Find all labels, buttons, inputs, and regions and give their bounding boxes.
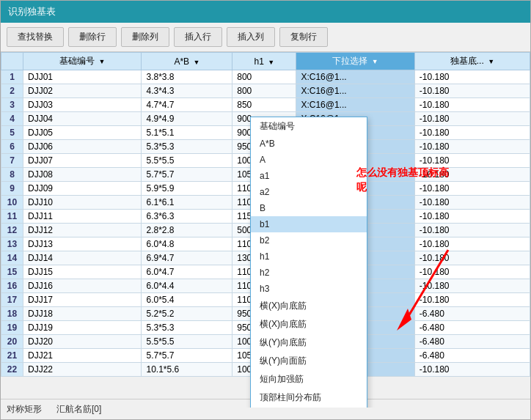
table-cell[interactable]: DJJ03	[23, 98, 142, 112]
table-cell[interactable]: -6.480	[414, 349, 530, 363]
dropdown-item-a1[interactable]: a1	[251, 168, 367, 184]
copy-row-button[interactable]: 复制行	[279, 27, 328, 47]
table-cell[interactable]: -10.180	[414, 293, 530, 307]
table-cell[interactable]: 2.8*2.8	[142, 224, 232, 237]
table-cell[interactable]: DJJ13	[23, 237, 142, 251]
table-cell[interactable]: -10.180	[414, 224, 530, 237]
table-cell[interactable]: 5.3*5.3	[142, 321, 232, 335]
table-cell[interactable]: 6.1*6.1	[142, 196, 232, 210]
table-cell[interactable]: DJJ01	[23, 70, 142, 84]
table-cell[interactable]: 6.0*5.4	[142, 293, 232, 307]
table-cell[interactable]: -10.180	[414, 210, 530, 224]
table-cell[interactable]: DJJ04	[23, 112, 142, 126]
dropdown-item-jichu-bianhao[interactable]: 基础编号	[251, 117, 367, 136]
dropdown-item-duanxiang[interactable]: 短向加强筋	[251, 370, 367, 388]
table-cell[interactable]: -10.180	[414, 237, 530, 251]
table-cell[interactable]: -10.180	[414, 196, 530, 210]
table-cell[interactable]: DJJ09	[23, 182, 142, 196]
table-cell[interactable]: DJJ14	[23, 251, 142, 265]
delete-col-button[interactable]: 删除列	[121, 27, 169, 47]
dropdown-item-h3[interactable]: h3	[251, 281, 367, 297]
table-cell[interactable]: 6.9*4.7	[142, 251, 232, 265]
table-cell[interactable]: -10.180	[414, 70, 530, 84]
dropdown-item-a[interactable]: A	[251, 152, 367, 168]
dropdown-item-dingbu-zong[interactable]: 顶部柱间纵筋	[251, 407, 367, 408]
table-cell[interactable]: 5.7*5.7	[142, 168, 232, 182]
table-cell[interactable]: -10.180	[414, 182, 530, 196]
col-header-h1[interactable]: h1 ▼	[232, 53, 296, 70]
col-header-ab[interactable]: A*B ▼	[142, 53, 232, 70]
table-cell[interactable]: DJJ05	[23, 126, 142, 140]
table-cell[interactable]: -10.180	[414, 98, 530, 112]
table-cell[interactable]: 5.9*5.9	[142, 182, 232, 196]
dropdown-item-b2[interactable]: b2	[251, 232, 367, 248]
table-cell[interactable]: DJJ07	[23, 154, 142, 168]
table-cell[interactable]: 6.0*4.4	[142, 279, 232, 293]
table-cell[interactable]: -10.180	[414, 154, 530, 168]
table-cell[interactable]: DJJ18	[23, 307, 142, 321]
table-cell[interactable]: DJJ21	[23, 349, 142, 363]
table-cell[interactable]: 4.3*4.3	[142, 84, 232, 98]
table-cell[interactable]: X:C16@1...	[296, 98, 414, 112]
dropdown-item-dingbu-fenpei[interactable]: 顶部柱间分布筋	[251, 388, 367, 407]
table-cell[interactable]: -10.180	[414, 140, 530, 154]
dropdown-item-heng-x-di[interactable]: 横(X)向底筋	[251, 297, 367, 315]
table-cell[interactable]: 6.0*4.7	[142, 265, 232, 279]
dropdown-item-zong-y-di[interactable]: 纵(Y)向底筋	[251, 334, 367, 352]
dropdown-item-b1[interactable]: b1	[251, 216, 367, 232]
table-row[interactable]: 1DJJ013.8*3.8800X:C16@1...-10.180	[1, 70, 530, 84]
insert-col-button[interactable]: 插入列	[227, 27, 275, 47]
table-cell[interactable]: 5.2*5.2	[142, 307, 232, 321]
table-cell[interactable]: 850	[232, 98, 296, 112]
delete-row-button[interactable]: 删除行	[68, 27, 117, 47]
dropdown-item-zong-y-mian[interactable]: 纵(Y)向面筋	[251, 352, 367, 370]
table-cell[interactable]: 3.8*3.8	[142, 70, 232, 84]
table-cell[interactable]: DJJ17	[23, 293, 142, 307]
table-cell[interactable]: -10.180	[414, 279, 530, 293]
table-cell[interactable]: DJJ19	[23, 321, 142, 335]
dropdown-item-a2[interactable]: a2	[251, 184, 367, 200]
table-cell[interactable]: -10.180	[414, 168, 530, 182]
table-cell[interactable]: 5.1*5.1	[142, 126, 232, 140]
table-cell[interactable]: DJJ12	[23, 224, 142, 237]
table-cell[interactable]: DJJ16	[23, 279, 142, 293]
table-cell[interactable]: -10.180	[414, 251, 530, 265]
table-cell[interactable]: DJJ06	[23, 140, 142, 154]
table-cell[interactable]: 5.5*5.5	[142, 335, 232, 349]
table-cell[interactable]: DJJ08	[23, 168, 142, 182]
table-cell[interactable]: X:C16@1...	[296, 84, 414, 98]
table-cell[interactable]: 5.7*5.7	[142, 349, 232, 363]
insert-row-button[interactable]: 插入行	[174, 27, 222, 47]
table-row[interactable]: 3DJJ034.7*4.7850X:C16@1...-10.180	[1, 98, 530, 112]
col-header-jichu[interactable]: 基础编号 ▼	[23, 53, 142, 70]
table-cell[interactable]: 10.1*5.6	[142, 363, 232, 377]
table-cell[interactable]: -10.180	[414, 112, 530, 126]
table-cell[interactable]: -6.480	[414, 321, 530, 335]
table-cell[interactable]: 4.9*4.9	[142, 112, 232, 126]
col-header-dujidi[interactable]: 独基底... ▼	[414, 53, 530, 70]
col-header-dropdown[interactable]: 下拉选择 ▼	[296, 53, 414, 70]
table-cell[interactable]: 800	[232, 70, 296, 84]
table-cell[interactable]: -10.180	[414, 84, 530, 98]
table-cell[interactable]: DJJ10	[23, 196, 142, 210]
table-cell[interactable]: -6.480	[414, 335, 530, 349]
dropdown-item-h1[interactable]: h1	[251, 248, 367, 265]
table-cell[interactable]: DJJ22	[23, 363, 142, 377]
table-cell[interactable]: -6.480	[414, 307, 530, 321]
table-cell[interactable]: 800	[232, 84, 296, 98]
table-cell[interactable]: DJJ11	[23, 210, 142, 224]
dropdown-item-heng-x-mian[interactable]: 横(X)向底筋	[251, 315, 367, 334]
table-cell[interactable]: -10.180	[414, 265, 530, 279]
table-cell[interactable]: 4.7*4.7	[142, 98, 232, 112]
dropdown-item-ab[interactable]: A*B	[251, 136, 367, 152]
dropdown-item-b[interactable]: B	[251, 200, 367, 216]
table-cell[interactable]: X:C16@1...	[296, 70, 414, 84]
dropdown-item-h2[interactable]: h2	[251, 265, 367, 281]
table-cell[interactable]: DJJ02	[23, 84, 142, 98]
table-cell[interactable]: -10.180	[414, 363, 530, 377]
col-header-index[interactable]	[1, 53, 23, 70]
find-replace-button[interactable]: 查找替换	[7, 27, 64, 47]
table-cell[interactable]: 5.3*5.3	[142, 140, 232, 154]
table-cell[interactable]: -10.180	[414, 126, 530, 140]
table-cell[interactable]: 5.5*5.5	[142, 154, 232, 168]
